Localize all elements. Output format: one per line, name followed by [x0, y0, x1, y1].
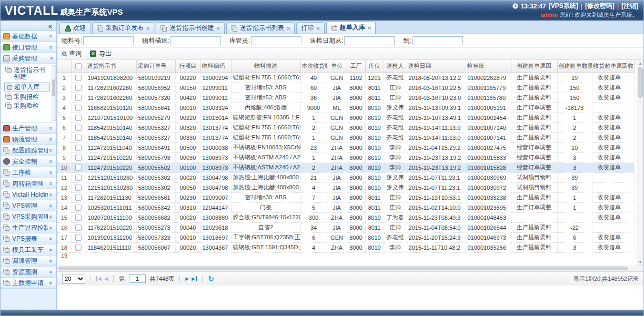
table-row[interactable]: 181184620151111058000560670002013004367碳… [57, 242, 634, 252]
scrollbar-thumb[interactable] [58, 267, 628, 270]
tab-close-icon[interactable]: × [287, 25, 290, 32]
scrollbar-thumb[interactable] [52, 79, 55, 96]
query-button[interactable]: 查询 [62, 49, 82, 58]
table-row[interactable]: 121215120151026058000553020005013004798加… [57, 182, 634, 192]
row-checkbox[interactable] [75, 175, 82, 181]
column-header-4[interactable]: 物料描述 [231, 60, 300, 73]
scroll-up-icon[interactable]: ▲ [637, 60, 643, 67]
column-header-11[interactable]: 检验批 [466, 60, 511, 73]
sidebar-subitem-purchase-quality-inspect[interactable]: 采购质检 [5, 103, 50, 109]
row-checkbox[interactable] [75, 225, 82, 231]
row-checkbox[interactable] [75, 125, 82, 131]
page-size-select[interactable]: 20 [62, 274, 85, 284]
tab-close-icon[interactable]: × [146, 25, 149, 32]
tab-welcome[interactable]: 欢迎 [59, 22, 90, 34]
table-row[interactable]: 51210720151010058000552790022013013014碳钢… [57, 113, 634, 123]
table-row[interactable]: 151020720151110058000566820002013008869胶… [57, 212, 634, 222]
sidebar-item-production-mgmt[interactable]: 生产管理» [1, 123, 56, 134]
row-checkbox[interactable] [75, 155, 82, 161]
tab-close-icon[interactable]: × [316, 25, 319, 32]
sidebar-item-resource-forecast[interactable]: 资源预测» [1, 267, 56, 278]
column-header-9[interactable]: 送检人 [384, 60, 407, 73]
sidebar-item-base-data[interactable]: 基础数据» [1, 31, 56, 42]
sidebar-item-vps-report[interactable]: VPS报表» [1, 233, 56, 244]
sidebar-item-vps-purchase[interactable]: VPS采购管理» [1, 211, 56, 222]
sidebar-subitem-delivery-note-create[interactable]: 送货指示书创建 [5, 67, 50, 80]
column-header-5[interactable]: 本次收货数 [300, 60, 327, 73]
export-button[interactable]: 导出 [90, 49, 112, 58]
material-no-input[interactable] [83, 36, 134, 45]
scrollbar-thumb[interactable] [638, 67, 643, 98]
table-row[interactable]: 91124720151022058000557930003013008973不锈… [57, 152, 634, 162]
row-checkbox[interactable] [75, 195, 82, 201]
column-header-3[interactable]: 物料编码 [200, 60, 231, 73]
table-row[interactable]: 171013920151120058000573230001013018697工… [57, 232, 634, 242]
sidebar-subitem-purchase-inspect-report[interactable]: 采购报检 [5, 94, 50, 100]
tab-delivery-note-list[interactable]: 送货指示书列表× [226, 22, 295, 34]
vps-system-link[interactable]: [VPS系统] [549, 2, 578, 11]
table-row[interactable]: 141025320151101158000553420031012044147门… [57, 202, 634, 212]
sidebar-subitem-over-order-inbound[interactable]: 超单入库 [4, 83, 50, 91]
next-page-icon[interactable]: ▶ [185, 276, 189, 281]
row-checkbox[interactable] [75, 235, 82, 241]
row-checkbox[interactable] [75, 185, 82, 191]
column-header-2[interactable]: 行项目 [175, 60, 200, 73]
column-header-12[interactable]: 创建超单原因 [511, 60, 557, 73]
row-checkbox[interactable] [75, 215, 82, 221]
row-checkbox[interactable] [75, 105, 82, 111]
table-row[interactable]: 161176220151022058000552730004012029618直… [57, 222, 634, 232]
row-checkbox[interactable] [75, 75, 82, 81]
vertical-scrollbar[interactable]: ▲ ▼ [637, 60, 643, 266]
material-desc-input[interactable] [170, 36, 221, 45]
column-header-0[interactable]: 送货指示书 [86, 60, 136, 73]
inspect-date-to-input[interactable] [412, 36, 463, 45]
row-checkbox[interactable] [75, 165, 82, 171]
row-checkbox[interactable] [75, 85, 82, 91]
sidebar-collapse-button[interactable]: « [48, 22, 52, 30]
sidebar-item-purchase-mgmt[interactable]: 采购管理» [1, 53, 56, 64]
table-row[interactable]: 31172820160226058000573200042012099011密封… [57, 93, 634, 103]
table-row[interactable]: 61185420151014058000553270032013013774铝型… [57, 123, 634, 132]
table-row[interactable]: 131172820151113058000565610023012099007密… [57, 192, 634, 202]
horizontal-scrollbar[interactable] [57, 266, 643, 271]
column-header-7[interactable]: 工厂 [347, 60, 365, 73]
tab-print[interactable]: 打印× [296, 22, 324, 34]
tab-delivery-note-create[interactable]: 送货指示书创建× [156, 22, 224, 34]
last-page-icon[interactable]: ▶ [192, 276, 197, 281]
prev-page-icon[interactable]: ◀ [104, 276, 108, 281]
sidebar-item-victall-holding[interactable]: Victall Holding» [1, 189, 56, 200]
sidebar-item-paint-mixing[interactable]: 调漆管理» [1, 256, 56, 267]
tab-close-icon[interactable]: × [216, 25, 219, 32]
row-checkbox[interactable] [75, 145, 82, 151]
tab-close-icon[interactable]: × [368, 25, 371, 31]
column-header-14[interactable]: 收货超单原因 [592, 60, 627, 73]
sidebar-item-vps-mgmt[interactable]: VPS管理» [1, 200, 56, 211]
table-row[interactable]: 11041920180820058001092190022013000294铝型… [57, 73, 634, 83]
row-checkbox[interactable] [75, 135, 82, 141]
inspect-date-from-input[interactable] [344, 36, 395, 45]
column-header-8[interactable]: 库位 [365, 60, 384, 73]
row-checkbox[interactable] [75, 205, 82, 211]
column-header-13[interactable]: 创建超单数量 [557, 60, 592, 73]
sidebar-item-master-data-request[interactable]: 主数据申请» [1, 278, 56, 289]
column-header-6[interactable]: 单位 [327, 60, 347, 73]
warehouse-keeper-input[interactable] [251, 36, 301, 45]
column-header-10[interactable]: 送检日期 [407, 60, 466, 73]
table-row[interactable]: 101124720151022058000555020010013008973不… [57, 162, 634, 172]
table-row[interactable]: 21172820160226058000569520015012099011密封… [57, 83, 634, 93]
column-header-1[interactable]: 采购订单号 [136, 60, 175, 73]
table-row[interactable]: 81124720151104058000564910050013000038不锈… [57, 142, 634, 152]
first-page-icon[interactable]: ◀ [96, 276, 102, 281]
row-checkbox[interactable] [75, 244, 82, 251]
submenu-scrollbar[interactable] [52, 65, 56, 121]
page-number-input[interactable] [129, 274, 146, 283]
sidebar-item-interface-mgmt[interactable]: 接口管理» [1, 42, 56, 53]
column-header-15[interactable]: 收货 [627, 60, 634, 73]
scroll-down-icon[interactable]: ▼ [637, 259, 643, 266]
sidebar-item-logistics-mgmt[interactable]: 物流管理» [1, 134, 56, 145]
refresh-icon[interactable]: ↻ [208, 274, 214, 283]
sidebar-item-turnover-box[interactable]: 周转箱管理» [1, 178, 56, 189]
logout-link[interactable]: [注销] [621, 2, 638, 11]
sidebar-item-process-inspect[interactable]: 工序检» [1, 167, 56, 178]
sidebar-item-mold-tooling-cart[interactable]: 模具工装车» [1, 244, 56, 256]
